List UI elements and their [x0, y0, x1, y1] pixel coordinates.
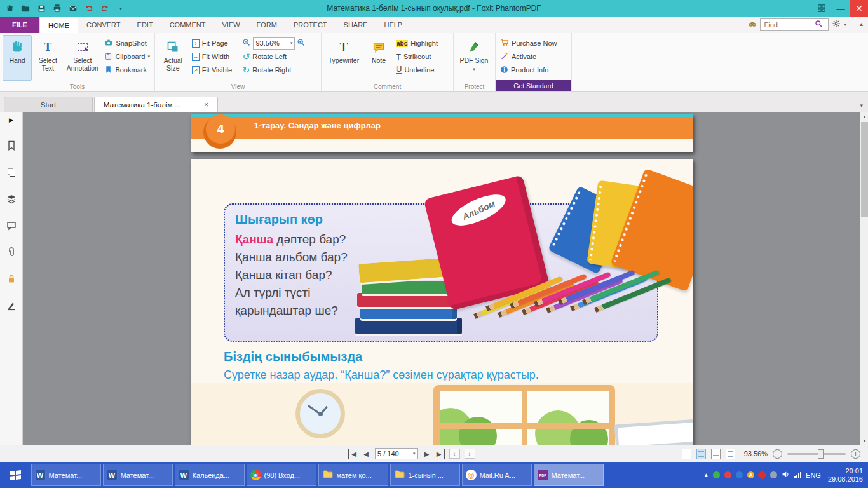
fit-visible-button[interactable]: Fit Visible — [190, 64, 240, 76]
taskbar-item-word-1[interactable]: Математ... — [31, 464, 101, 486]
next-view-button[interactable]: › — [465, 449, 475, 459]
find-input[interactable] — [764, 21, 815, 29]
bookmark-button[interactable]: Bookmark — [102, 64, 152, 76]
tab-comment[interactable]: COMMENT — [161, 17, 214, 33]
taskbar-item-word-2[interactable]: Математ... — [103, 464, 173, 486]
tab-home[interactable]: HOME — [39, 17, 78, 33]
scrollbar-thumb[interactable] — [861, 122, 868, 217]
network-icon[interactable] — [794, 472, 801, 478]
taskbar-item-chrome[interactable]: (98) Вход... — [247, 464, 316, 486]
zoom-out-icon[interactable] — [242, 38, 251, 48]
collapse-ribbon-icon[interactable]: ▴ — [860, 20, 863, 27]
tab-protect[interactable]: PROTECT — [285, 17, 336, 33]
tab-list-dropdown-icon[interactable]: ▾ — [860, 102, 863, 109]
signature-panel-icon[interactable] — [3, 297, 20, 314]
vertical-scrollbar[interactable]: ▲ ▼ — [860, 112, 868, 445]
taskbar-item-word-3[interactable]: Кальенда... — [175, 464, 245, 486]
zoom-slider-thumb[interactable] — [818, 449, 824, 459]
typewriter-button[interactable]: T Typewriter — [324, 35, 363, 81]
tray-icon-red[interactable] — [724, 471, 731, 478]
open-file-icon[interactable] — [20, 3, 31, 14]
continuous-view-icon[interactable] — [696, 449, 706, 459]
activate-button[interactable]: Activate — [498, 51, 568, 62]
customize-quick-access-icon[interactable]: ▾ — [115, 3, 126, 14]
tab-convert[interactable]: CONVERT — [78, 17, 129, 33]
expand-panel-icon[interactable]: ▶ — [9, 117, 13, 123]
save-icon[interactable] — [36, 3, 47, 14]
next-page-button[interactable]: ▶ — [423, 449, 431, 459]
strikeout-button[interactable]: T Strikeout — [394, 51, 440, 62]
find-settings-gear-icon[interactable] — [832, 19, 841, 30]
tray-icon-a[interactable]: A — [747, 471, 754, 478]
email-icon[interactable] — [67, 3, 79, 14]
get-standard-button[interactable]: Get Standard — [496, 80, 571, 91]
tray-icon-shield[interactable] — [736, 471, 743, 478]
taskbar-item-folder-1[interactable]: матем қо... — [318, 464, 388, 486]
tray-icon-diamond[interactable] — [757, 470, 768, 480]
undo-icon[interactable] — [83, 3, 95, 14]
tab-share[interactable]: SHARE — [336, 17, 376, 33]
tab-view[interactable]: VIEW — [214, 17, 248, 33]
tab-file[interactable]: FILE — [0, 17, 39, 33]
language-indicator[interactable]: ENG — [806, 471, 821, 479]
print-icon[interactable] — [51, 3, 63, 14]
layout-grid-icon[interactable] — [812, 0, 831, 17]
clock-date[interactable]: 20:01 29.08.2016 — [825, 467, 863, 484]
search-icon[interactable] — [815, 19, 823, 30]
security-lock-icon[interactable] — [3, 271, 20, 287]
taskbar-item-folder-2[interactable]: 1-сынып ... — [390, 464, 460, 486]
layers-panel-icon[interactable] — [3, 191, 20, 207]
actual-size-button[interactable]: Actual Size — [158, 35, 189, 81]
pages-panel-icon[interactable] — [3, 164, 20, 180]
zoom-out-button[interactable]: − — [773, 449, 782, 459]
zoom-in-icon[interactable] — [297, 38, 306, 48]
previous-view-button[interactable]: ‹ — [449, 449, 460, 459]
pdf-sign-button[interactable]: PDF Sign ▾ — [456, 35, 492, 81]
facing-view-icon[interactable] — [711, 449, 721, 459]
underline-button[interactable]: U Underline — [394, 64, 440, 76]
last-page-button[interactable]: ▶ — [436, 449, 445, 459]
start-button[interactable] — [0, 462, 30, 488]
zoom-slider[interactable] — [787, 453, 846, 455]
tray-expand-icon[interactable]: ▲ — [703, 472, 709, 478]
clipboard-button[interactable]: Clipboard ▾ — [102, 51, 152, 62]
document-canvas[interactable]: 4 1-тарау. Сандар және цифрлар Шығарып к… — [23, 112, 860, 445]
zoom-in-button[interactable]: + — [851, 449, 860, 459]
page-number-dropdown-icon[interactable]: ▾ — [413, 451, 416, 456]
select-text-button[interactable]: T Select Text — [33, 35, 62, 81]
tray-icon-green[interactable] — [713, 471, 720, 478]
attachments-panel-icon[interactable] — [3, 244, 20, 261]
find-settings-dropdown-icon[interactable]: ▾ — [844, 22, 846, 27]
taskbar-item-foxit-active[interactable]: Математ... — [534, 464, 604, 486]
scroll-up-icon[interactable]: ▲ — [860, 112, 868, 121]
snapshot-button[interactable]: SnapShot — [102, 37, 152, 49]
hand-tool-quick-icon[interactable] — [4, 3, 15, 14]
redo-icon[interactable] — [99, 3, 111, 14]
tab-help[interactable]: HELP — [376, 17, 410, 33]
doc-tab-start[interactable]: Start — [4, 97, 93, 112]
tab-edit[interactable]: EDIT — [129, 17, 161, 33]
select-annotation-button[interactable]: Select Annotation — [64, 35, 101, 81]
tray-icon-gray[interactable] — [770, 471, 777, 478]
first-page-button[interactable]: ◀ — [348, 449, 357, 459]
highlight-button[interactable]: abc Highlight — [394, 37, 440, 49]
fit-width-button[interactable]: Fit Width — [190, 51, 240, 62]
zoom-level-select[interactable]: 93.56% ▾ — [253, 37, 295, 50]
hand-tool-button[interactable]: Hand — [3, 35, 32, 81]
minimize-button[interactable]: — — [831, 0, 850, 17]
single-page-view-icon[interactable] — [682, 449, 691, 459]
scroll-down-icon[interactable]: ▼ — [860, 436, 868, 445]
comments-panel-icon[interactable] — [3, 217, 20, 234]
continuous-facing-view-icon[interactable] — [726, 449, 735, 459]
tab-form[interactable]: FORM — [248, 17, 285, 33]
product-info-button[interactable]: Product Info — [498, 64, 568, 76]
volume-icon[interactable] — [782, 470, 790, 481]
taskbar-item-mailru[interactable]: Mail.Ru A... — [462, 464, 532, 486]
bookmarks-panel-icon[interactable] — [3, 137, 20, 154]
previous-page-button[interactable]: ◀ — [362, 449, 370, 459]
doc-tab-active[interactable]: Математика 1-бөлім ... × — [94, 97, 218, 112]
close-button[interactable]: ✕ — [850, 0, 868, 17]
rotate-left-button[interactable]: ↺ Rotate Left — [240, 51, 318, 62]
fit-page-button[interactable]: Fit Page — [190, 37, 240, 49]
page-number-input[interactable] — [377, 450, 410, 458]
